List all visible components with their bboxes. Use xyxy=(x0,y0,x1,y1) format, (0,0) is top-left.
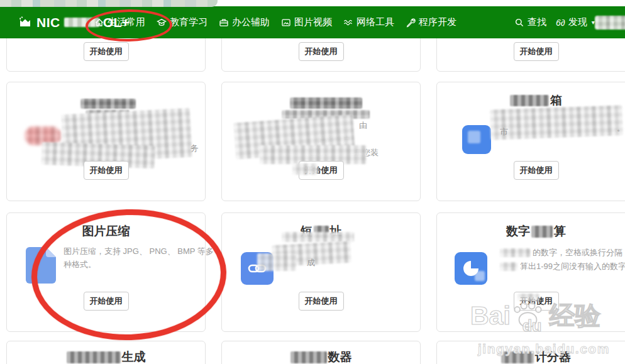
desc-fragment: 成 xyxy=(307,257,315,268)
censor-block xyxy=(475,271,485,281)
briefcase-icon xyxy=(219,18,229,28)
nav-item-network[interactable]: 网络工具 xyxy=(343,16,394,28)
discover-icon: 6∂ xyxy=(556,18,565,28)
nav-item-label: 程序开发 xyxy=(419,16,456,28)
start-button[interactable]: 开始使用 xyxy=(514,161,559,180)
discover-label: 发现 xyxy=(568,16,587,28)
nicetool-page: 开始使用 开始使用 开始使用 务 开始使用 由 隔离、户 面积 是您装 开始使用… xyxy=(0,0,625,364)
censor-block xyxy=(517,294,539,301)
censor-block xyxy=(500,248,530,257)
card-title-text: 数器 xyxy=(328,349,352,364)
censor-block xyxy=(290,97,362,109)
card-title: 生成 xyxy=(7,349,205,364)
censor-block xyxy=(500,262,517,271)
search-label: 查找 xyxy=(528,16,546,28)
nav-item-label: 图片视频 xyxy=(294,16,332,28)
watermark-url: jingyan.baidu.com xyxy=(478,341,610,356)
tool-card-censored: 箱 市 。 开始使用 xyxy=(436,82,625,201)
censor-block xyxy=(282,232,354,242)
pie-calc-icon xyxy=(455,252,487,285)
start-button[interactable]: 开始使用 xyxy=(514,42,559,61)
nav-item-office[interactable]: 办公辅助 xyxy=(219,16,270,28)
discover-menu[interactable]: 6∂ 发现 ▾ xyxy=(556,16,595,28)
card-title-text: 算 xyxy=(554,223,566,240)
nav-item-label: 教育学习 xyxy=(170,16,207,28)
start-button[interactable]: 开始使用 xyxy=(84,161,129,180)
card-title-text: 数字 xyxy=(506,223,530,240)
logo-text: NIC xyxy=(36,15,60,30)
nav-right-cluster: 查找 6∂ 发现 ▾ xyxy=(514,6,595,38)
censor-block xyxy=(290,351,327,363)
chevron-down-icon: ▾ xyxy=(592,19,595,26)
censor-block xyxy=(468,131,480,143)
censor-block xyxy=(595,16,625,30)
tool-card-censored: 由 隔离、户 面积 是您装 开始使用 xyxy=(221,82,421,201)
censor-block xyxy=(531,226,553,238)
tool-card-censored: 务 开始使用 xyxy=(6,82,206,201)
card-title: 数字 算 xyxy=(437,223,625,240)
card-title: 数器 xyxy=(222,349,420,364)
card-description-line: 算出1-99之间没有输入的数字。 xyxy=(500,261,625,272)
censor-block xyxy=(292,163,318,175)
censor-block xyxy=(510,95,549,106)
wrench-icon xyxy=(406,18,416,28)
card-description-line: 的数字，空格或换行分隔， xyxy=(500,247,625,258)
watermark-brand: Bai du 经验 xyxy=(470,302,610,339)
paw-logo-icon xyxy=(18,15,33,30)
desc-fragment: 由 xyxy=(359,120,367,131)
nav-item-media[interactable]: 图片视频 xyxy=(281,16,332,28)
start-button[interactable]: 开始使用 xyxy=(299,42,344,61)
start-button[interactable]: 开始使用 xyxy=(299,292,344,311)
nav-item-dev[interactable]: 程序开发 xyxy=(406,16,456,28)
censor-block xyxy=(257,253,296,271)
tool-card-censored: 生成 xyxy=(6,341,206,364)
tool-card-censored: 数器 xyxy=(221,341,421,364)
desc-fragment: 。 xyxy=(617,123,625,134)
card-title-text: 生成 xyxy=(122,349,146,364)
nav-item-label: 办公辅助 xyxy=(232,16,270,28)
mailbox-tool-icon xyxy=(462,125,491,154)
desc-fragment: 务 xyxy=(191,143,199,154)
network-icon xyxy=(343,18,353,28)
start-button[interactable]: 开始使用 xyxy=(84,42,129,61)
tool-card-short-url: 短 址 成 开始使用 xyxy=(221,212,421,332)
censor-block xyxy=(67,351,121,363)
censor-block xyxy=(490,105,623,140)
card-title-text: 箱 xyxy=(550,92,562,109)
nav-item-label: 网络工具 xyxy=(357,16,394,28)
search-icon xyxy=(514,18,524,28)
censor-block xyxy=(80,99,136,109)
baidu-watermark: Bai du 经验 jingyan.baidu.com xyxy=(470,302,610,356)
censor-strip xyxy=(0,0,218,7)
desc-fragment: 市 xyxy=(500,126,508,138)
image-icon xyxy=(281,18,291,28)
search-button[interactable]: 查找 xyxy=(514,16,546,28)
